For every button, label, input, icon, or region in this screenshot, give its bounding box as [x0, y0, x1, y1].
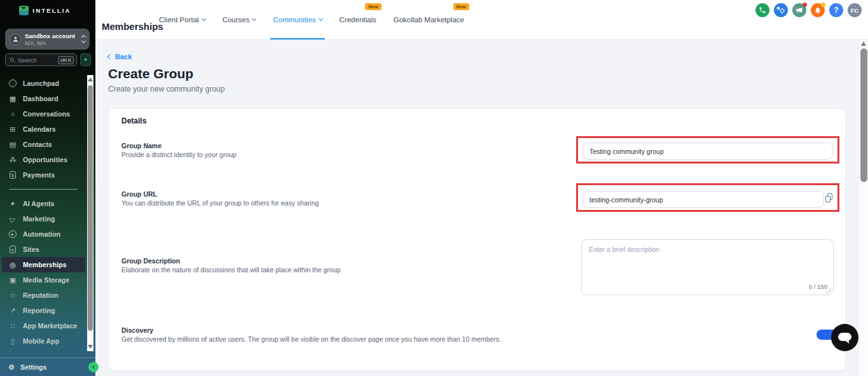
sidebar-nav: ↑ Launchpad ▦ Dashboard ○ Conversations …: [0, 76, 88, 349]
main-content: Back Create Group Create your new commun…: [95, 40, 868, 376]
sidebar-item-calendars[interactable]: ⊞ Calendars: [0, 122, 88, 137]
chat-widget-button[interactable]: [831, 324, 858, 351]
reporting-icon: ↗: [8, 307, 17, 315]
user-avatar[interactable]: FC: [848, 3, 862, 17]
phone-button[interactable]: [755, 3, 769, 17]
module-title: Memberships: [102, 21, 163, 32]
tab-client-portal[interactable]: Client Portal: [159, 0, 205, 39]
page-title: Create Group: [108, 66, 193, 81]
sidebar-item-launchpad[interactable]: ↑ Launchpad: [0, 76, 88, 91]
sidebar-divider: [9, 189, 78, 190]
sidebar-item-payments[interactable]: $ Payments: [0, 167, 88, 183]
sidebar-item-app-marketplace[interactable]: ∷ App Marketplace: [0, 318, 88, 333]
group-description-description: Elaborate on the nature of discussions t…: [121, 266, 340, 274]
group-description-label: Group Description: [121, 257, 180, 265]
copy-url-button[interactable]: [824, 193, 834, 205]
reputation-icon: ☆: [8, 291, 17, 300]
opportunities-icon: ⁂: [8, 156, 17, 164]
brand-name: INTELLIA: [32, 7, 71, 14]
brand-logo: INTELLIA: [0, 6, 90, 15]
sidebar-item-automation[interactable]: ▶ Automation: [0, 226, 88, 242]
ai-agents-icon: ✦: [8, 200, 17, 208]
sidebar-item-reporting[interactable]: ↗ Reporting: [0, 303, 88, 318]
media-storage-icon: ▣: [8, 276, 17, 284]
sidebar-item-dashboard[interactable]: ▦ Dashboard: [0, 91, 88, 106]
sidebar-item-settings[interactable]: ⚙ Settings: [0, 358, 95, 376]
resize-handle-icon[interactable]: [826, 288, 832, 293]
mobile-app-icon: ▯: [8, 337, 17, 345]
gear-icon: ⚙: [8, 363, 15, 372]
char-counter: 0 / 150: [809, 283, 827, 290]
chevron-left-icon: [92, 365, 96, 369]
account-subtitle: N/A, N/A: [25, 40, 75, 46]
sidebar-collapse-button[interactable]: [88, 362, 99, 372]
question-icon: ?: [834, 6, 838, 15]
new-badge: New: [453, 3, 469, 10]
tab-gokollab-marketplace[interactable]: Gokollab Marketplace New: [394, 0, 464, 39]
search-icon: [10, 57, 15, 63]
search-placeholder: Search: [18, 57, 55, 64]
topnav-tabs: Client Portal Courses Communities Creden…: [159, 0, 464, 39]
sparkle-icon: ✦: [83, 57, 88, 63]
new-badge: New: [365, 3, 381, 10]
phone-icon: [759, 6, 766, 14]
sidebar-scrollbar[interactable]: [87, 75, 93, 351]
calendars-icon: ⊞: [8, 125, 17, 134]
scroll-up-arrow-icon[interactable]: [88, 78, 93, 81]
account-switcher[interactable]: Sandbox account N/A, N/A: [5, 29, 90, 50]
scroll-down-arrow-icon[interactable]: [88, 345, 93, 349]
ai-assistant-button[interactable]: ✦: [80, 53, 91, 66]
account-avatar-icon: [10, 34, 21, 45]
group-url-description: You can distribute the URL of your group…: [121, 199, 319, 207]
sidebar-search-input[interactable]: Search ctrl K: [5, 53, 77, 66]
notifications-button[interactable]: [811, 3, 825, 17]
group-name-input[interactable]: [582, 143, 833, 160]
back-button[interactable]: Back: [108, 53, 132, 60]
announcements-button[interactable]: [792, 3, 806, 17]
integrations-button[interactable]: [774, 3, 788, 17]
chevron-left-icon: [107, 54, 113, 59]
scroll-up-arrow-icon[interactable]: [861, 41, 866, 46]
sidebar-item-sites[interactable]: e Sites: [0, 242, 88, 257]
app-marketplace-icon: ∷: [8, 322, 17, 330]
account-name: Sandbox account: [25, 32, 75, 40]
sidebar-item-mobile-app[interactable]: ▯ Mobile App: [0, 333, 88, 349]
annotation-box-group-name: [576, 136, 839, 164]
section-title: Details: [121, 116, 146, 125]
group-description-textarea[interactable]: Enter a brief description 0 / 150: [581, 239, 834, 295]
help-button[interactable]: ?: [829, 3, 843, 17]
chevron-down-icon: [252, 17, 256, 21]
group-url-input[interactable]: [582, 191, 824, 208]
sidebar-item-memberships[interactable]: ◎ Memberships: [2, 257, 85, 272]
sidebar-item-reputation[interactable]: ☆ Reputation: [0, 288, 88, 303]
group-name-description: Provide a distinct identity to your grou…: [121, 151, 237, 158]
sidebar-item-marketing[interactable]: ▷ Marketing: [0, 211, 88, 226]
tab-communities[interactable]: Communities: [273, 0, 322, 39]
sidebar-item-ai-agents[interactable]: ✦ AI Agents: [0, 196, 88, 211]
sidebar-item-opportunities[interactable]: ⁂ Opportunities: [0, 152, 88, 167]
textarea-placeholder: Enter a brief description: [589, 246, 659, 253]
header-icons: ? FC: [755, 3, 862, 17]
megaphone-icon: [796, 6, 803, 14]
discovery-label: Discovery: [121, 326, 153, 334]
page-scrollbar[interactable]: [858, 40, 868, 376]
group-name-label: Group Name: [121, 142, 162, 150]
search-shortcut-badge: ctrl K: [58, 56, 74, 64]
tab-credentials[interactable]: Credentials New: [340, 0, 376, 39]
page-subtitle: Create your new community group: [108, 85, 224, 94]
group-url-label: Group URL: [121, 190, 157, 198]
unfold-chevron-icon: [82, 36, 85, 43]
page-scroll-thumb[interactable]: [860, 48, 867, 182]
intellia-logo-icon: [19, 6, 29, 15]
marketing-icon: ▷: [7, 213, 18, 224]
annotation-box-group-url: [576, 183, 839, 212]
tab-courses[interactable]: Courses: [223, 0, 256, 39]
automation-icon: ▶: [9, 230, 17, 238]
chat-bubble-icon: [838, 333, 851, 341]
topbar: Memberships Client Portal Courses Commun…: [95, 0, 868, 40]
sidebar-item-conversations[interactable]: ○ Conversations: [0, 106, 88, 122]
payments-icon: $: [10, 171, 16, 179]
sidebar-item-media-storage[interactable]: ▣ Media Storage: [0, 272, 88, 288]
sidebar-item-contacts[interactable]: ▤ Contacts: [0, 137, 88, 152]
sidebar-scroll-thumb[interactable]: [88, 85, 93, 331]
